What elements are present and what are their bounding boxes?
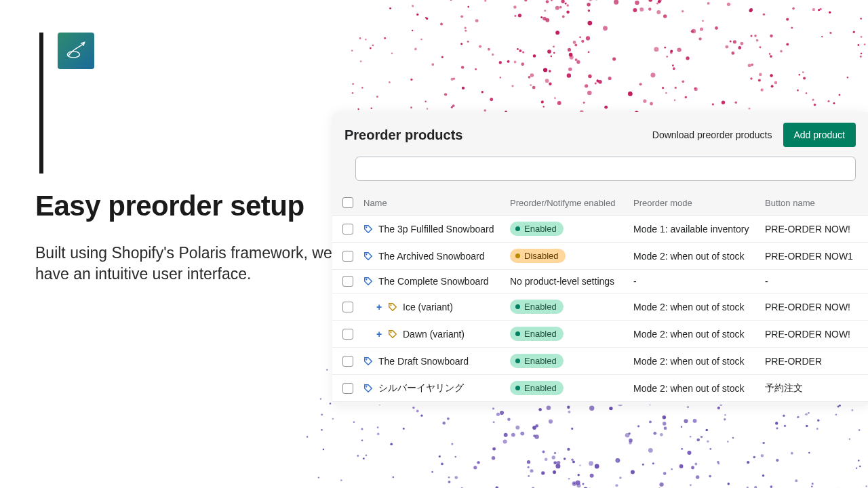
svg-point-1128 xyxy=(528,466,530,468)
svg-point-475 xyxy=(802,71,804,73)
svg-point-952 xyxy=(412,407,414,409)
table-row[interactable]: +Ice (variant)EnabledMode 2: when out of… xyxy=(332,293,868,321)
svg-point-1144 xyxy=(615,458,620,463)
row-checkbox[interactable] xyxy=(342,251,353,262)
row-checkbox[interactable] xyxy=(342,276,353,287)
svg-point-737 xyxy=(780,50,783,53)
svg-point-870 xyxy=(565,3,567,5)
row-checkbox[interactable] xyxy=(342,356,353,367)
svg-point-184 xyxy=(573,41,576,44)
svg-point-481 xyxy=(803,77,806,80)
table-row[interactable]: +Dawn (variant)EnabledMode 2: when out o… xyxy=(332,321,868,348)
svg-point-666 xyxy=(431,63,434,66)
table-row[interactable]: The Complete SnowboardNo product-level s… xyxy=(332,270,868,293)
svg-point-378 xyxy=(860,56,862,58)
svg-point-85 xyxy=(702,20,704,22)
svg-point-1795 xyxy=(473,466,477,469)
table-row[interactable]: シルバーイヤリングEnabledMode 2: when out of stoc… xyxy=(332,375,868,402)
svg-point-1257 xyxy=(528,475,530,477)
svg-point-590 xyxy=(700,27,703,30)
svg-point-1455 xyxy=(420,415,422,417)
svg-point-1448 xyxy=(552,455,555,459)
expand-icon[interactable]: + xyxy=(376,329,382,340)
svg-point-1564 xyxy=(693,419,697,423)
expand-icon[interactable]: + xyxy=(376,302,382,312)
svg-point-227 xyxy=(792,7,795,10)
svg-point-1103 xyxy=(762,442,765,445)
svg-point-302 xyxy=(603,26,608,30)
table-row[interactable]: The 3p Fulfilled SnowboardEnabledMode 1:… xyxy=(332,216,868,243)
svg-point-833 xyxy=(416,14,418,16)
svg-point-1462 xyxy=(515,426,519,430)
svg-point-225 xyxy=(771,85,774,87)
svg-point-216 xyxy=(675,87,677,89)
select-all-checkbox[interactable] xyxy=(342,197,353,208)
add-product-button[interactable]: Add product xyxy=(783,123,856,147)
button-name-text: PRE-ORDER NOW1 xyxy=(765,251,853,262)
svg-point-99 xyxy=(514,61,517,64)
row-checkbox[interactable] xyxy=(342,224,353,235)
svg-point-945 xyxy=(567,405,570,408)
tag-icon xyxy=(388,302,397,312)
svg-point-453 xyxy=(576,60,580,64)
svg-point-1659 xyxy=(783,415,785,417)
panel-title: Preorder products xyxy=(344,127,652,143)
svg-point-1684 xyxy=(839,405,841,407)
svg-point-1606 xyxy=(340,479,342,481)
svg-point-735 xyxy=(499,61,502,64)
svg-point-495 xyxy=(672,64,674,66)
svg-point-1478 xyxy=(709,475,711,478)
svg-point-1433 xyxy=(629,441,631,444)
svg-point-650 xyxy=(715,26,718,30)
svg-point-869 xyxy=(694,87,696,89)
svg-point-1291 xyxy=(448,476,450,479)
row-checkbox[interactable] xyxy=(342,383,353,394)
svg-point-449 xyxy=(518,14,521,17)
svg-point-1550 xyxy=(776,459,778,462)
svg-point-381 xyxy=(758,79,761,81)
svg-point-1056 xyxy=(377,426,379,428)
svg-point-148 xyxy=(453,78,455,80)
svg-point-1329 xyxy=(696,475,699,479)
svg-point-1599 xyxy=(652,462,654,464)
svg-point-979 xyxy=(705,429,708,432)
svg-point-450 xyxy=(740,42,743,45)
svg-point-7 xyxy=(864,43,866,45)
search-input[interactable] xyxy=(355,157,856,181)
svg-point-432 xyxy=(760,88,763,91)
svg-point-602 xyxy=(467,6,469,8)
svg-point-530 xyxy=(461,66,464,68)
svg-point-1259 xyxy=(770,485,773,488)
svg-point-607 xyxy=(763,13,766,16)
svg-point-1584 xyxy=(545,458,548,461)
table-header: Name Preorder/Notifyme enabled Preorder … xyxy=(332,190,868,216)
svg-point-1736 xyxy=(439,455,441,458)
table-row[interactable]: The Draft SnowboardEnabledMode 2: when o… xyxy=(332,348,868,375)
svg-point-1737 xyxy=(679,464,684,468)
svg-point-1781 xyxy=(520,432,524,436)
svg-point-328 xyxy=(595,82,597,84)
row-checkbox[interactable] xyxy=(342,302,353,312)
svg-point-24 xyxy=(665,92,667,94)
svg-point-1359 xyxy=(811,485,813,487)
svg-point-637 xyxy=(731,52,734,55)
svg-point-1579 xyxy=(568,478,570,480)
svg-point-612 xyxy=(528,76,531,79)
svg-point-232 xyxy=(372,45,374,47)
download-link[interactable]: Download preorder products xyxy=(652,129,772,140)
svg-point-332 xyxy=(410,79,412,81)
svg-point-1327 xyxy=(477,461,479,464)
svg-point-462 xyxy=(484,0,486,2)
table-row[interactable]: The Archived SnowboardDisabledMode 2: wh… xyxy=(332,243,868,270)
svg-point-657 xyxy=(770,35,773,38)
status-badge: Enabled xyxy=(510,354,564,368)
svg-point-300 xyxy=(561,0,564,3)
svg-point-955 xyxy=(448,481,451,483)
svg-point-830 xyxy=(829,12,831,14)
svg-point-445 xyxy=(677,47,681,52)
row-checkbox[interactable] xyxy=(342,329,353,340)
svg-point-272 xyxy=(361,87,363,89)
svg-point-878 xyxy=(666,56,668,58)
svg-point-434 xyxy=(635,1,639,5)
svg-point-867 xyxy=(579,37,581,39)
